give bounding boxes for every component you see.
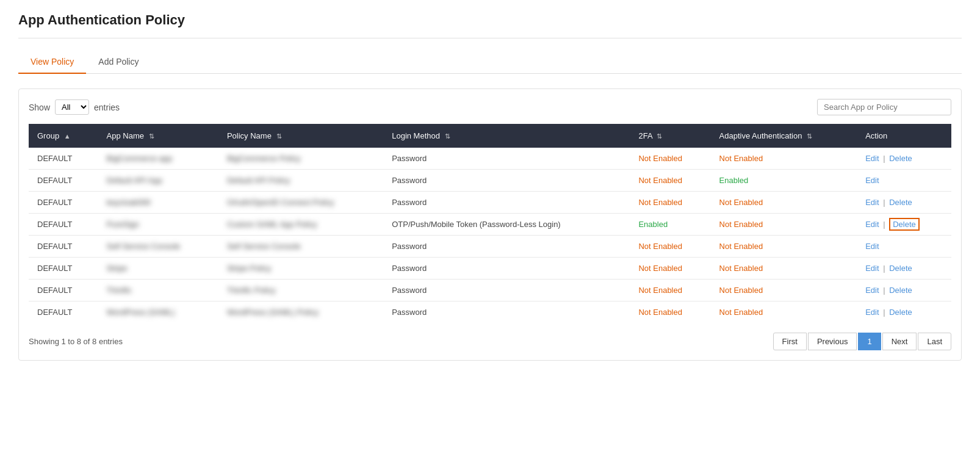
cell-adaptive: Not Enabled [711,236,857,258]
cell-action: Edit | Delete [857,258,951,280]
cell-policy-name: Custom SAML App Policy [218,214,383,236]
table-controls: Show All 10 25 50 100 entries [29,99,951,115]
page-btn-1[interactable]: 1 [858,333,881,350]
edit-link[interactable]: Edit [865,286,879,295]
cell-app-name: Stripe [98,258,218,280]
cell-2fa: Enabled [630,214,710,236]
cell-2fa: Not Enabled [630,148,710,170]
col-action: Action [857,124,951,148]
cell-login-method: Password [383,148,630,170]
page-btn-last[interactable]: Last [918,333,951,350]
cell-app-name: Thinific [98,280,218,301]
cell-login-method: Password [383,192,630,214]
edit-link[interactable]: Edit [865,220,879,229]
action-separator: | [881,198,888,207]
delete-link[interactable]: Delete [889,218,920,231]
cell-policy-name: Stripe Policy [218,258,383,280]
edit-link[interactable]: Edit [865,154,879,163]
action-separator: | [881,308,888,317]
table-row: DEFAULTkeycloak000OAuth/OpenID Connect P… [29,192,951,214]
cell-action: Edit | Delete [857,214,951,236]
cell-group: DEFAULT [29,236,98,258]
cell-action: Edit | Delete [857,280,951,301]
col-app-name[interactable]: App Name ⇅ [98,124,218,148]
show-entries-control: Show All 10 25 50 100 entries [29,99,120,115]
entries-select[interactable]: All 10 25 50 100 [55,99,89,115]
showing-text: Showing 1 to 8 of 8 entries [29,337,123,346]
cell-policy-name: OAuth/OpenID Connect Policy [218,192,383,214]
table-wrapper: Show All 10 25 50 100 entries Group ▲ Ap… [18,88,962,361]
cell-action: Edit | Delete [857,148,951,170]
search-input[interactable] [817,99,951,115]
cell-action: Edit | Delete [857,192,951,214]
page-title: App Authentication Policy [18,12,962,38]
cell-login-method: Password [383,170,630,192]
cell-2fa: Not Enabled [630,192,710,214]
policy-table: Group ▲ App Name ⇅ Policy Name ⇅ Login M… [29,124,951,323]
cell-adaptive: Not Enabled [711,148,857,170]
cell-adaptive: Not Enabled [711,280,857,301]
page-container: App Authentication Policy View Policy Ad… [0,0,980,373]
sort-icon-group: ▲ [64,132,71,140]
table-row: DEFAULTBigCommerce appBigCommerce Policy… [29,148,951,170]
col-2fa[interactable]: 2FA ⇅ [630,124,710,148]
cell-2fa: Not Enabled [630,170,710,192]
cell-2fa: Not Enabled [630,301,710,323]
cell-2fa: Not Enabled [630,280,710,301]
page-btn-first[interactable]: First [773,333,807,350]
edit-link[interactable]: Edit [865,308,879,317]
cell-policy-name: BigCommerce Policy [218,148,383,170]
edit-link[interactable]: Edit [865,176,879,185]
tab-add-policy[interactable]: Add Policy [86,51,151,74]
action-separator: | [881,154,888,163]
edit-link[interactable]: Edit [865,198,879,207]
col-login-method[interactable]: Login Method ⇅ [383,124,630,148]
col-group[interactable]: Group ▲ [29,124,98,148]
action-separator: | [881,286,888,295]
table-header-row: Group ▲ App Name ⇅ Policy Name ⇅ Login M… [29,124,951,148]
edit-link[interactable]: Edit [865,242,879,251]
tabs-bar: View Policy Add Policy [18,51,962,74]
sort-icon-adaptive: ⇅ [807,132,812,140]
table-footer: Showing 1 to 8 of 8 entries First Previo… [29,333,951,350]
delete-link[interactable]: Delete [889,154,912,163]
page-btn-next[interactable]: Next [882,333,917,350]
tab-view-policy[interactable]: View Policy [18,51,86,74]
cell-2fa: Not Enabled [630,258,710,280]
edit-link[interactable]: Edit [865,264,879,273]
cell-action: Edit | Delete [857,301,951,323]
sort-icon-app: ⇅ [149,132,154,140]
cell-app-name: Default API App [98,170,218,192]
cell-group: DEFAULT [29,192,98,214]
cell-adaptive: Not Enabled [711,214,857,236]
delete-link[interactable]: Delete [889,198,912,207]
show-label: Show [29,103,50,112]
table-row: DEFAULTWordPress (SAML)WordPress (SAML) … [29,301,951,323]
cell-policy-name: WordPress (SAML) Policy [218,301,383,323]
table-row: DEFAULTPureSignCustom SAML App PolicyOTP… [29,214,951,236]
cell-app-name: WordPress (SAML) [98,301,218,323]
cell-policy-name: Default API Policy [218,170,383,192]
cell-login-method: Password [383,280,630,301]
cell-app-name: PureSign [98,214,218,236]
cell-adaptive: Not Enabled [711,258,857,280]
table-row: DEFAULTStripeStripe PolicyPasswordNot En… [29,258,951,280]
cell-login-method: OTP/Push/Mobile Token (Password-Less Log… [383,214,630,236]
cell-adaptive: Not Enabled [711,192,857,214]
col-adaptive-auth[interactable]: Adaptive Authentication ⇅ [711,124,857,148]
table-row: DEFAULTThinificThinific PolicyPasswordNo… [29,280,951,301]
table-row: DEFAULTSelf Service ConsoleSelf Service … [29,236,951,258]
cell-app-name: Self Service Console [98,236,218,258]
col-policy-name[interactable]: Policy Name ⇅ [218,124,383,148]
delete-link[interactable]: Delete [889,264,912,273]
delete-link[interactable]: Delete [889,308,912,317]
sort-icon-policy: ⇅ [276,132,282,140]
cell-group: DEFAULT [29,170,98,192]
cell-adaptive: Enabled [711,170,857,192]
page-btn-previous[interactable]: Previous [808,333,857,350]
entries-label: entries [94,103,120,112]
action-separator: | [881,220,888,229]
table-row: DEFAULTDefault API AppDefault API Policy… [29,170,951,192]
cell-2fa: Not Enabled [630,236,710,258]
delete-link[interactable]: Delete [889,286,912,295]
